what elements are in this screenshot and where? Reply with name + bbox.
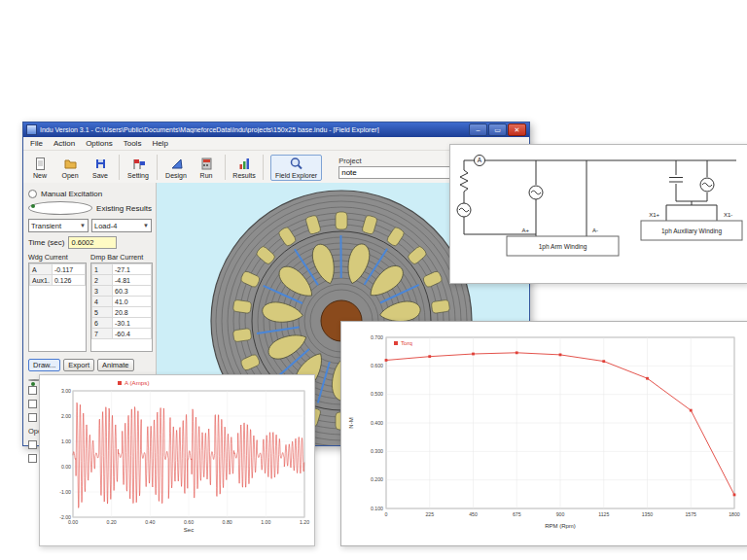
svg-text:0.80: 0.80 — [223, 519, 232, 525]
svg-text:0.600: 0.600 — [371, 363, 383, 368]
svg-text:1.00: 1.00 — [61, 438, 71, 444]
export-button[interactable]: Export — [63, 359, 94, 371]
aux-winding-label: 1ph Auxiliary Winding — [661, 228, 723, 235]
design-triangle-icon — [169, 157, 184, 171]
titlebar[interactable]: Indu Version 3.1 - C:\Users\Public\Docum… — [23, 122, 529, 137]
svg-text:0.00: 0.00 — [68, 519, 78, 525]
torque-chart-window[interactable]: 022545067590011251350157518000.7000.6000… — [340, 321, 747, 546]
mode-select-value: Transient — [31, 222, 61, 230]
arm-winding-label: 1ph Arm Winding — [539, 243, 587, 251]
manual-excitation-option[interactable]: Manual Excitation — [28, 190, 152, 198]
wdg-current-column: Wdg Current A-0.117Aux1.0.126 — [28, 253, 87, 352]
menu-tools[interactable]: Tools — [124, 139, 142, 148]
svg-text:0.300: 0.300 — [371, 448, 383, 454]
plot-option-checkbox[interactable] — [28, 440, 37, 449]
torque-chart: 022545067590011251350157518000.7000.6000… — [341, 322, 747, 545]
chevron-down-icon: ▼ — [80, 223, 86, 228]
toolbar-open-button[interactable]: Open — [58, 157, 82, 179]
toolbar-separator — [119, 155, 120, 180]
draw-button[interactable]: Draw... — [28, 359, 60, 371]
toolbar-new-button[interactable]: New — [28, 157, 52, 179]
data-marker — [516, 351, 518, 354]
svg-text:1350: 1350 — [642, 511, 654, 517]
menu-action[interactable]: Action — [53, 139, 75, 148]
wdg-row[interactable]: Aux1.0.126 — [30, 275, 86, 286]
plot-option-checkbox[interactable] — [28, 400, 37, 408]
cell: 60.3 — [113, 286, 152, 297]
existing-results-label: Existing Results — [96, 204, 152, 213]
dmp-row[interactable]: 6-30.1 — [92, 318, 152, 329]
current-waveform-window[interactable]: 0.000.200.400.600.801.001.203.002.001.00… — [39, 374, 315, 546]
svg-text:0: 0 — [385, 511, 388, 517]
desktop: Indu Version 3.1 - C:\Users\Public\Docum… — [0, 0, 747, 560]
dmp-row[interactable]: 441.0 — [92, 297, 152, 307]
time-label: Time (sec) — [28, 238, 64, 247]
cell: 0.126 — [52, 275, 85, 286]
toolbar-run-button[interactable]: Run — [195, 157, 218, 179]
terminal-x1-minus: X1- — [724, 212, 732, 218]
minimize-button[interactable]: – — [469, 123, 487, 136]
circuit-diagram-window[interactable]: A A+ A- X1+ X1- 1ph Arm Winding 1ph Auxi… — [449, 144, 747, 284]
dmp-table-header: Dmp Bar Current — [90, 253, 153, 262]
wdg-table-header: Wdg Current — [28, 253, 87, 262]
svg-text:1125: 1125 — [598, 511, 609, 517]
svg-text:675: 675 — [513, 511, 521, 517]
cell: -4.81 — [113, 275, 152, 286]
toolbar-field-explorer-button[interactable]: Field Explorer — [270, 155, 322, 181]
plot-option-checkbox[interactable] — [28, 413, 37, 422]
menu-options[interactable]: Options — [86, 139, 113, 148]
maximize-button[interactable]: ▭ — [488, 123, 507, 136]
legend-swatch — [394, 341, 398, 345]
toolbar-separator — [225, 155, 226, 180]
toolbar-open-label: Open — [61, 172, 78, 179]
save-floppy-icon — [93, 157, 108, 171]
dmp-row[interactable]: 7-60.4 — [92, 329, 152, 339]
cell: 41.0 — [113, 297, 152, 307]
dmp-bar-current-table[interactable]: 1-27.12-4.81360.3441.0520.86-30.17-60.4 — [90, 262, 153, 352]
manual-excitation-label: Manual Excitation — [41, 190, 102, 198]
animate-button[interactable]: Animate — [97, 359, 134, 371]
dmp-bar-column: Dmp Bar Current 1-27.12-4.81360.3441.052… — [90, 253, 153, 352]
svg-text:1575: 1575 — [685, 511, 696, 517]
flags-icon — [131, 157, 146, 171]
plot-option-checkbox[interactable] — [28, 454, 37, 463]
legend-swatch — [118, 381, 122, 385]
load-select-value: Load-4 — [94, 222, 117, 230]
current-tables: Wdg Current A-0.117Aux1.0.126 Dmp Bar Cu… — [28, 253, 152, 352]
dmp-row[interactable]: 360.3 — [92, 286, 152, 297]
radio-icon[interactable] — [28, 190, 37, 198]
svg-text:900: 900 — [556, 511, 565, 517]
wdg-row[interactable]: A-0.117 — [30, 264, 86, 275]
run-machine-icon — [199, 157, 214, 171]
load-select[interactable]: Load-4 ▼ — [91, 219, 152, 232]
toolbar-design-button[interactable]: Design — [164, 157, 188, 179]
wdg-current-table[interactable]: A-0.117Aux1.0.126 — [28, 262, 87, 352]
toolbar-results-label: Results — [232, 172, 255, 179]
existing-results-option[interactable]: Existing Results — [28, 201, 152, 215]
dmp-row[interactable]: 1-27.1 — [92, 264, 152, 275]
svg-text:-1.00: -1.00 — [59, 489, 71, 495]
toolbar-setting-button[interactable]: Setting — [126, 157, 150, 179]
open-folder-icon — [63, 157, 78, 171]
toolbar-results-button[interactable]: Results — [232, 157, 256, 179]
result-selectors: Transient ▼ Load-4 ▼ — [28, 219, 152, 232]
time-value-field[interactable]: 0.6002 — [68, 236, 117, 249]
svg-text:0.400: 0.400 — [371, 420, 383, 426]
svg-text:0.100: 0.100 — [371, 506, 383, 511]
close-button[interactable]: ✕ — [508, 123, 526, 136]
dmp-row[interactable]: 520.8 — [92, 307, 152, 318]
legend-label: Torq — [401, 339, 413, 346]
magnifier-icon — [289, 157, 303, 171]
stator-slot — [232, 299, 252, 313]
toolbar-save-button[interactable]: Save — [89, 157, 112, 179]
svg-text:1.20: 1.20 — [300, 519, 309, 525]
mode-select[interactable]: Transient ▼ — [28, 219, 89, 232]
cell: 4 — [92, 297, 113, 307]
menu-file[interactable]: File — [30, 139, 43, 148]
plot-option-checkbox[interactable] — [28, 386, 37, 395]
cell: 5 — [92, 307, 113, 318]
terminal-a-minus: A- — [592, 228, 598, 233]
radio-selected-icon[interactable] — [28, 201, 92, 215]
dmp-row[interactable]: 2-4.81 — [92, 275, 152, 286]
menu-help[interactable]: Help — [152, 139, 167, 148]
